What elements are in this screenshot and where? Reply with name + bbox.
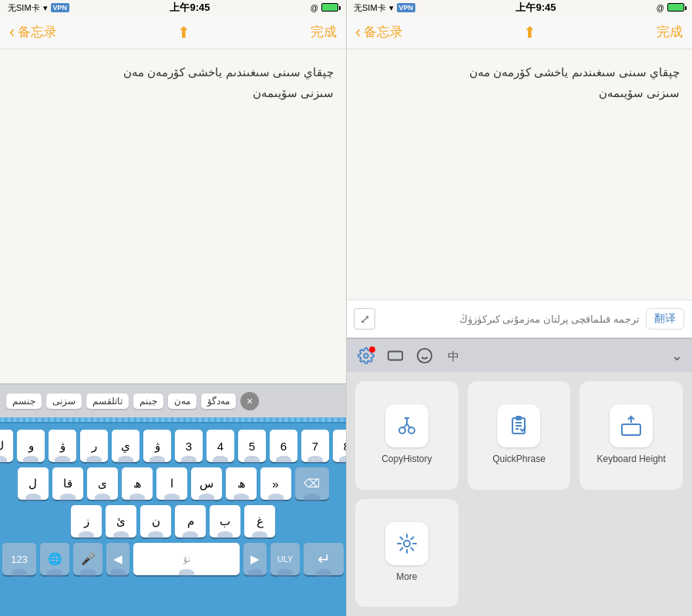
left-wifi-icon: ▾ [43,3,48,13]
key-v1[interactable]: ۋ [49,430,76,462]
key-mic[interactable]: 🎤 [73,543,102,575]
key-return[interactable]: ↵ [304,543,344,575]
keyboard-row-3: غ ب م ن ئ ز [2,505,344,537]
key-v2[interactable]: ۋ [143,430,171,462]
left-time: 上午9:45 [170,1,210,15]
scissors-icon [395,413,419,438]
key-m[interactable]: م [175,505,206,537]
accessory-bar: 中 ⌄ [346,338,692,372]
clipboard-icon [506,413,531,438]
translate-button[interactable]: 翻译 [646,308,684,330]
right-carrier-info: 无SIM卡 ▾ VPN [354,2,415,14]
key-y[interactable]: ي [112,430,139,462]
right-status-bar: 无SIM卡 ▾ VPN 上午9:45 @ [346,0,692,15]
right-text-line1: چپقاي سىنى سىغىندىم ياخشى كۆرمەن مەن [358,62,680,82]
left-nav-center: ⬆ [177,23,190,42]
key-e2[interactable]: ئ [106,505,136,537]
keyboard-wave [0,417,346,424]
toolbar-tag-tatlqsm[interactable]: تاتلقسم [86,393,129,409]
left-vpn-badge: VPN [51,3,70,12]
key-l[interactable]: ل [18,467,49,500]
key-a[interactable]: ا [156,467,187,500]
key-k[interactable]: ك [0,430,13,462]
key-s[interactable]: س [191,467,222,500]
svg-text:中: 中 [448,350,459,362]
toolbar-tag-men[interactable]: مەن [168,393,197,409]
keyboard-row-1: چ 9 8 7 6 5 4 3 ۋ ي ر ۋ و ك ۇ پ [2,430,344,462]
toolbar-tag-jbm[interactable]: جبنم [133,393,163,409]
key-arrow-right[interactable]: ▶ [244,543,267,575]
right-nav-center: ⬆ [523,23,536,42]
quick-phrase-label: QuickPhrase [492,454,546,466]
copy-history-icon-box [385,404,428,447]
panel-divider [346,0,347,616]
keyboard-acc-icon[interactable] [385,345,406,367]
special-acc-icon[interactable]: 中 [443,345,465,367]
toolbar-tag-szny[interactable]: سزنى [46,393,82,409]
right-content: چپقاي سىنى سىغىندىم ياخشى كۆرمەن مەن سىز… [346,49,692,300]
translate-input[interactable] [381,313,640,325]
right-panel: 无SIM卡 ▾ VPN 上午9:45 @ ‹ 备忘录 ⬆ 完成 چپقاي سى… [346,0,692,616]
keyboard-area: چ 9 8 7 6 5 4 3 ۋ ي ر ۋ و ك ۇ پ ⌫ « [0,424,346,616]
translate-expand-icon[interactable]: ⤢ [354,308,375,330]
left-signal-icon: @ [311,4,318,12]
tool-keyboard-height[interactable]: Keyboard Height [579,381,683,490]
right-share-icon[interactable]: ⬆ [523,23,536,42]
key-backspace[interactable]: ⌫ [295,467,329,500]
left-status-bar: 无SIM卡 ▾ VPN 上午9:45 @ [0,0,346,15]
right-back-button[interactable]: ‹ 备忘录 [355,22,403,42]
toolbar-close-button[interactable]: × [240,392,259,410]
key-globe[interactable]: 🌐 [40,543,69,575]
tools-grid: CopyHistory QuickPhrase [346,372,692,616]
left-share-icon[interactable]: ⬆ [177,23,190,42]
left-back-button[interactable]: ‹ 备忘录 [9,22,57,42]
tool-more[interactable]: More [355,499,459,608]
keyboard-resize-icon [619,413,643,438]
key-3[interactable]: 3 [175,430,203,462]
left-done-button[interactable]: 完成 [311,23,337,41]
keyboard-rows: چ 9 8 7 6 5 4 3 ۋ ي ر ۋ و ك ۇ پ ⌫ « [0,427,346,578]
key-n[interactable]: ن [140,505,171,537]
svg-line-17 [407,424,410,428]
right-wifi-icon: ▾ [389,3,394,13]
left-panel: 无SIM卡 ▾ VPN 上午9:45 @ ‹ 备忘录 ⬆ 完成 چپقاي سى… [0,0,346,616]
key-4[interactable]: 4 [207,430,234,462]
key-arrow-left[interactable]: ◀ [106,543,129,575]
key-ii[interactable]: ى [87,467,118,500]
key-b[interactable]: ب [210,505,240,537]
key-h1[interactable]: ھ [122,467,153,500]
right-done-button[interactable]: 完成 [657,23,683,41]
key-7[interactable]: 7 [301,430,329,462]
key-r[interactable]: ر [80,430,108,462]
key-gh[interactable]: غ [244,505,275,537]
toolbar-tag-madguu[interactable]: مەدگۆ [201,393,236,409]
key-6[interactable]: 6 [270,430,297,462]
key-space[interactable]: نۇ [133,543,240,575]
left-carrier: 无SIM卡 [8,2,40,14]
keyboard-height-label: Keyboard Height [596,454,665,466]
left-content: چپقاي سىنى سىغىندىم ياخشى كۆرمەن مەن سىز… [0,49,346,383]
quick-phrase-icon-box [497,404,540,447]
key-u[interactable]: و [17,430,45,462]
key-z[interactable]: ز [71,505,102,537]
key-123[interactable]: 123 [2,543,36,575]
accessory-chevron[interactable]: ⌄ [671,347,683,364]
tool-quick-phrase[interactable]: QuickPhrase [468,381,571,490]
tool-copy-history[interactable]: CopyHistory [355,381,459,490]
left-carrier-info: 无SIM卡 ▾ VPN [8,2,69,14]
left-text-line1: چپقاي سىنى سىغىندىم ياخشى كۆرمەن مەن [12,62,334,82]
left-battery [321,3,338,13]
key-qa[interactable]: قا [52,467,83,500]
svg-point-0 [364,353,368,358]
right-time: 上午9:45 [516,1,556,15]
emoji-acc-icon[interactable] [414,345,435,367]
settings-acc-icon[interactable] [355,345,377,367]
right-back-label: 备忘录 [364,23,403,41]
right-signal-icon: @ [657,4,664,12]
toolbar-tag-jnsm[interactable]: جنسم [6,393,42,409]
key-8[interactable]: 8 [333,430,346,462]
key-h2[interactable]: ھ [226,467,257,500]
key-uly[interactable]: ULY [270,543,300,575]
key-5[interactable]: 5 [238,430,266,462]
key-quote[interactable]: « [260,467,291,500]
